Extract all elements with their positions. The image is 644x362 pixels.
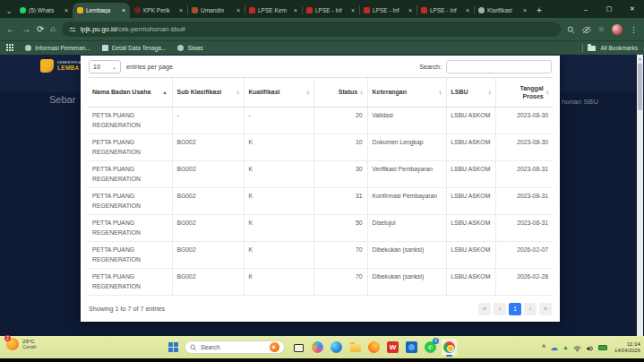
browser-tab-1[interactable]: Lembaga× [73, 3, 130, 18]
tab-close-icon[interactable]: × [122, 7, 125, 13]
reload-icon[interactable]: ⟳ [37, 25, 44, 34]
firefox-icon [368, 341, 380, 353]
table-row[interactable]: PETTA PUANG REGENERATIONBG002K70Dibekuka… [88, 269, 553, 296]
browser-tab-6[interactable]: LPSE - Inf× [359, 3, 416, 18]
tab-close-icon[interactable]: × [408, 7, 412, 13]
windows-start-icon[interactable] [168, 342, 178, 352]
green-triangle-icon[interactable]: ▲ [562, 344, 569, 350]
pagination-page-current[interactable]: 1 [509, 303, 521, 315]
copilot-taskbar-icon[interactable] [310, 339, 325, 356]
battery-icon[interactable] [598, 345, 607, 350]
new-tab-button[interactable]: + [531, 3, 547, 18]
address-bar[interactable]: lpjk.pu.go.id/cek-permohonan-sbu# [62, 22, 561, 37]
zoom-icon[interactable] [567, 22, 575, 38]
forward-icon[interactable]: → [21, 25, 30, 34]
whatsapp-taskbar-icon[interactable]: 8 [423, 339, 438, 356]
browser-tab-0[interactable]: (5) Whats× [15, 3, 73, 18]
pagination-button[interactable]: ‹ [494, 303, 506, 315]
tab-search-icon[interactable]: ⌄ [3, 4, 15, 18]
eye-off-icon[interactable] [582, 22, 591, 38]
table-cell: PETTA PUANG REGENERATION [88, 188, 172, 215]
bookmarks-bar: Informasi Pemenan...Detail Data Tenaga..… [0, 40, 644, 55]
close-button[interactable]: ✕ [621, 0, 644, 18]
tab-close-icon[interactable]: × [294, 7, 297, 13]
tab-close-icon[interactable]: × [351, 7, 355, 13]
table-cell: PETTA PUANG REGENERATION [88, 242, 172, 269]
minimize-button[interactable]: – [574, 0, 597, 18]
browser-tab-3[interactable]: Umandin× [187, 3, 245, 18]
table-cell: 2023-08-31 [495, 161, 553, 188]
bookmark-item-0[interactable]: Informasi Pemenan... [25, 45, 90, 51]
tab-close-icon[interactable]: × [236, 7, 240, 13]
back-icon[interactable]: ← [6, 25, 15, 34]
wapp-taskbar-icon[interactable] [385, 339, 400, 356]
table-row[interactable]: PETTA PUANG REGENERATIONBG002K50Disetuju… [88, 215, 553, 242]
bookmark-item-2[interactable]: Siwas [177, 45, 202, 51]
apps-grid-icon[interactable] [6, 44, 13, 52]
browser-menu-icon[interactable]: ⋮ [630, 25, 638, 34]
outlook-taskbar-icon[interactable] [404, 339, 419, 356]
table-cell: BG002 [172, 215, 244, 242]
weather-condition: Cerah [22, 344, 37, 350]
table-cell: K [244, 188, 313, 215]
home-icon[interactable]: ⌂ [50, 25, 55, 33]
column-header-3[interactable]: Status▴▾ [313, 78, 367, 108]
lpse-favicon [249, 7, 255, 13]
globe-icon [25, 45, 31, 51]
edge-taskbar-icon[interactable] [329, 339, 344, 356]
search-label: Search: [419, 63, 442, 71]
table-row[interactable]: PETTA PUANG REGENERATION--20ValidasiLSBU… [88, 108, 553, 134]
column-header-1[interactable]: Sub Klasifikasi▴▾ [172, 78, 244, 108]
browser-tab-4[interactable]: LPSE Kem× [245, 3, 302, 18]
browser-tab-5[interactable]: LPSE - Inf× [302, 3, 359, 18]
site-settings-icon[interactable] [69, 26, 76, 33]
chrome-taskbar-icon[interactable] [442, 339, 457, 356]
maximize-button[interactable]: ▢ [597, 0, 621, 18]
browser-tab-8[interactable]: Klarifikasi× [474, 3, 531, 18]
taskbar-clock[interactable]: 11:14 14/04/2026 [614, 340, 640, 353]
table-cell: Konfirmasi Pembayaran [367, 188, 446, 215]
scroll-up-icon[interactable]: ▴ [637, 55, 643, 61]
column-header-2[interactable]: Kualifikasi▴▾ [244, 78, 313, 108]
column-header-5[interactable]: LSBU▴▾ [446, 78, 495, 108]
table-row[interactable]: PETTA PUANG REGENERATIONBG002K30Verifika… [88, 161, 553, 188]
onedrive-cloud-icon[interactable]: ☁ [550, 343, 558, 352]
page-scrollbar[interactable]: ▴ [637, 55, 643, 336]
column-header-4[interactable]: Keterangan▴▾ [367, 78, 446, 108]
profile-avatar[interactable] [612, 24, 623, 35]
scrollbar-thumb[interactable] [638, 64, 642, 110]
tab-close-icon[interactable]: × [64, 7, 68, 13]
table-row[interactable]: PETTA PUANG REGENERATIONBG002K70Dibekuka… [88, 242, 553, 269]
copilot-icon [312, 341, 323, 353]
weather-widget[interactable]: 2 29°C Cerah [6, 338, 37, 350]
table-header-row: Nama Badan Usaha▲Sub Klasifikasi▴▾Kualif… [88, 78, 553, 108]
column-header-6[interactable]: Tanggal Proses▴▾ [495, 78, 553, 108]
pagination-button[interactable]: » [539, 303, 552, 315]
table-cell: BG002 [172, 188, 244, 215]
search-input[interactable] [446, 60, 552, 73]
explorer-taskbar-icon[interactable] [348, 339, 363, 356]
taskview-taskbar-icon[interactable] [291, 339, 306, 356]
tray-chevron-up-icon[interactable]: ^ [542, 344, 545, 350]
tab-close-icon[interactable]: × [466, 7, 469, 13]
bookmark-item-1[interactable]: Detail Data Tenaga... [102, 45, 167, 51]
table-row[interactable]: PETTA PUANG REGENERATIONBG002K31Konfirma… [88, 188, 553, 215]
all-bookmarks[interactable]: All Bookmarks [582, 44, 638, 52]
speaker-icon[interactable] [586, 340, 594, 356]
pagination-button[interactable]: › [524, 303, 537, 315]
wifi-icon[interactable] [573, 340, 581, 356]
table-row[interactable]: PETTA PUANG REGENERATIONBG002K10Dokumen … [88, 134, 553, 161]
browser-tab-7[interactable]: LPSE - Inf× [416, 3, 474, 18]
sort-both-icon: ▴▾ [236, 90, 238, 96]
taskbar-search[interactable]: Search [185, 340, 285, 354]
pagination-button[interactable]: « [478, 303, 491, 315]
firefox-taskbar-icon[interactable] [366, 339, 382, 356]
bookmark-star-icon[interactable]: ☆ [598, 25, 605, 33]
taskbar-app-icons: 8 [291, 339, 457, 356]
browser-tab-2[interactable]: KPK Perik× [130, 3, 187, 18]
entries-per-page-select[interactable]: 10 ⌄ [89, 60, 121, 73]
tab-close-icon[interactable]: × [523, 7, 527, 13]
tab-close-icon[interactable]: × [179, 7, 183, 13]
column-header-0[interactable]: Nama Badan Usaha▲ [88, 78, 172, 108]
sort-asc-icon: ▲ [163, 90, 167, 95]
